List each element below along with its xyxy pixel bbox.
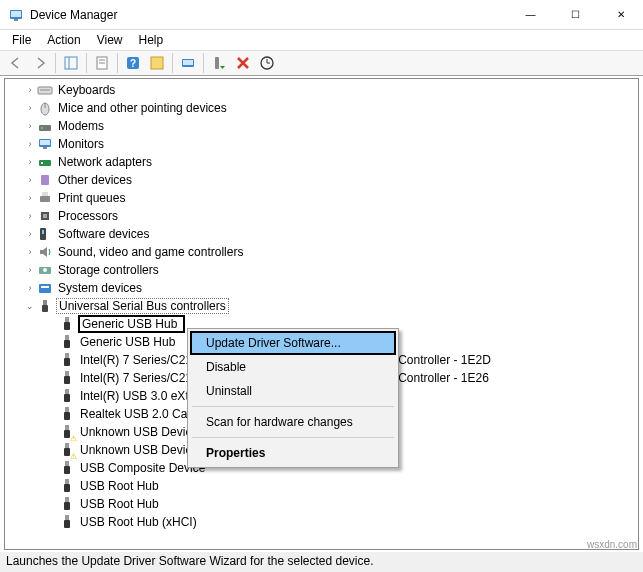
printer-icon [37, 190, 53, 206]
ctx-properties[interactable]: Properties [190, 441, 396, 465]
menu-help[interactable]: Help [131, 31, 172, 49]
svg-rect-62 [64, 520, 70, 528]
expand-icon[interactable]: › [23, 155, 37, 169]
ctx-scan[interactable]: Scan for hardware changes [190, 410, 396, 434]
ctx-update-driver[interactable]: Update Driver Software... [190, 331, 396, 355]
ctx-separator [192, 437, 394, 438]
tree-category[interactable]: ›Mice and other pointing devices [5, 99, 638, 117]
expand-icon[interactable]: › [23, 281, 37, 295]
toolbar: ? [0, 50, 643, 76]
svg-rect-51 [65, 425, 69, 430]
tree-category[interactable]: ›Processors [5, 207, 638, 225]
svg-rect-55 [65, 461, 69, 466]
menu-action[interactable]: Action [39, 31, 88, 49]
tree-category[interactable]: ›Keyboards [5, 81, 638, 99]
expand-icon[interactable]: › [23, 245, 37, 259]
svg-rect-24 [39, 160, 51, 166]
device-tree[interactable]: ›Keyboards›Mice and other pointing devic… [4, 78, 639, 550]
tree-category[interactable]: ›Storage controllers [5, 261, 638, 279]
tree-category[interactable]: ›Modems [5, 117, 638, 135]
expand-icon[interactable]: › [23, 209, 37, 223]
tree-category[interactable]: ›System devices [5, 279, 638, 297]
usb-device-icon [59, 370, 75, 386]
svg-rect-25 [41, 162, 43, 164]
close-button[interactable]: ✕ [598, 0, 643, 29]
usb-device-icon [59, 406, 75, 422]
svg-rect-10 [151, 57, 163, 69]
svg-rect-42 [64, 340, 70, 348]
tree-device[interactable]: USB Root Hub [5, 477, 638, 495]
network-icon [37, 154, 53, 170]
tree-category[interactable]: ›Other devices [5, 171, 638, 189]
back-button[interactable] [4, 52, 28, 74]
tree-category[interactable]: ›Print queues [5, 189, 638, 207]
scan-hardware-button[interactable] [255, 52, 279, 74]
toolbar-separator [117, 53, 118, 73]
svg-rect-49 [65, 407, 69, 412]
svg-rect-48 [64, 394, 70, 402]
maximize-button[interactable]: ☐ [553, 0, 598, 29]
svg-rect-54 [64, 448, 70, 456]
svg-text:?: ? [130, 58, 136, 69]
expand-icon[interactable]: › [23, 173, 37, 187]
svg-rect-27 [40, 196, 50, 202]
tree-category[interactable]: ⌄Universal Serial Bus controllers [5, 297, 638, 315]
uninstall-button[interactable] [231, 52, 255, 74]
tree-item-label: Mice and other pointing devices [56, 101, 229, 115]
titlebar: Device Manager — ☐ ✕ [0, 0, 643, 30]
tree-item-label: Sound, video and game controllers [56, 245, 245, 259]
action-button[interactable] [145, 52, 169, 74]
tree-category[interactable]: ›Network adapters [5, 153, 638, 171]
tree-device[interactable]: USB Root Hub (xHCI) [5, 513, 638, 531]
expand-icon[interactable]: › [23, 227, 37, 241]
menu-view[interactable]: View [89, 31, 131, 49]
show-hide-tree-button[interactable] [59, 52, 83, 74]
expand-icon[interactable]: › [23, 263, 37, 277]
help-button[interactable]: ? [121, 52, 145, 74]
update-driver-button[interactable] [176, 52, 200, 74]
watermark: wsxdn.com [587, 539, 637, 550]
svg-rect-23 [43, 147, 47, 149]
usb-device-icon [59, 424, 75, 440]
ctx-uninstall[interactable]: Uninstall [190, 379, 396, 403]
forward-button[interactable] [28, 52, 52, 74]
minimize-button[interactable]: — [508, 0, 553, 29]
system-icon [37, 280, 53, 296]
expand-icon[interactable]: › [23, 101, 37, 115]
tree-category[interactable]: ›Software devices [5, 225, 638, 243]
svg-rect-37 [43, 300, 47, 305]
enable-button[interactable] [207, 52, 231, 74]
tree-item-label: Print queues [56, 191, 127, 205]
tree-item-label: Generic USB Hub [78, 315, 185, 333]
toolbar-separator [86, 53, 87, 73]
tree-item-label: Modems [56, 119, 106, 133]
collapse-icon[interactable]: ⌄ [23, 299, 37, 313]
tree-item-label: Keyboards [56, 83, 117, 97]
tree-device[interactable]: USB Root Hub [5, 495, 638, 513]
expand-icon[interactable]: › [23, 137, 37, 151]
svg-rect-52 [64, 430, 70, 438]
svg-rect-13 [215, 57, 219, 69]
svg-rect-28 [42, 192, 48, 196]
other-icon [37, 172, 53, 188]
usb-device-icon [59, 478, 75, 494]
svg-rect-53 [65, 443, 69, 448]
tree-item-label: Processors [56, 209, 120, 223]
menu-file[interactable]: File [4, 31, 39, 49]
cpu-icon [37, 208, 53, 224]
ctx-disable[interactable]: Disable [190, 355, 396, 379]
statusbar: Launches the Update Driver Software Wiza… [0, 552, 643, 572]
monitor-icon [37, 136, 53, 152]
expand-icon[interactable]: › [23, 119, 37, 133]
expand-icon[interactable]: › [23, 191, 37, 205]
tree-category[interactable]: ›Sound, video and game controllers [5, 243, 638, 261]
tree-category[interactable]: ›Monitors [5, 135, 638, 153]
expand-icon[interactable]: › [23, 83, 37, 97]
app-icon [8, 7, 24, 23]
svg-rect-30 [43, 214, 47, 218]
properties-button[interactable] [90, 52, 114, 74]
usb-device-icon [59, 496, 75, 512]
mouse-icon [37, 100, 53, 116]
svg-rect-61 [65, 515, 69, 520]
svg-rect-26 [41, 175, 49, 185]
